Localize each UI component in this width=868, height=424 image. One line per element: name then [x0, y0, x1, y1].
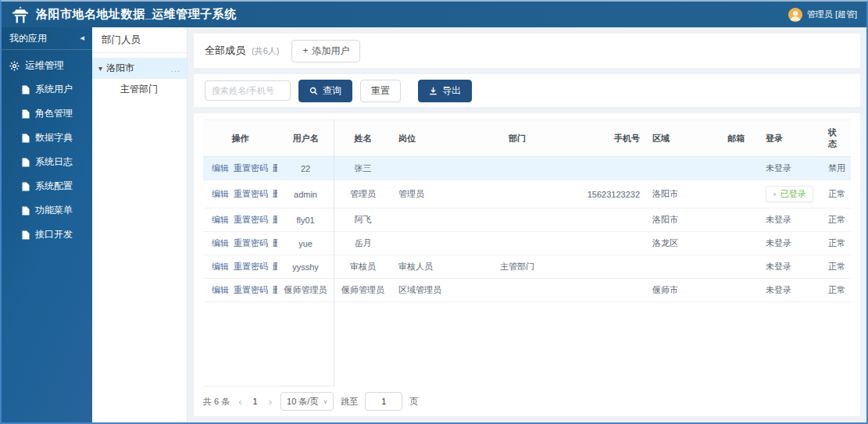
cell-email: [713, 157, 759, 180]
page-suffix: 页: [409, 396, 418, 408]
reset-password-link[interactable]: 重置密码: [234, 215, 268, 224]
sidebar-item-system-config[interactable]: 系统配置: [2, 174, 92, 198]
cell-status: 正常: [822, 279, 851, 302]
document-icon: [22, 158, 30, 167]
col-header-name: 姓名: [334, 120, 392, 157]
next-page-icon[interactable]: ›: [267, 396, 273, 408]
prev-page-icon[interactable]: ‹: [237, 396, 243, 408]
user-menu[interactable]: 管理员 [超管]: [788, 8, 857, 22]
sidebar-item-system-logs[interactable]: 系统日志: [2, 150, 92, 174]
cell-status: 正常: [822, 255, 851, 279]
reset-password-link[interactable]: 重置密码: [234, 285, 268, 294]
cell-phone: [568, 255, 646, 279]
cell-status: 禁用: [822, 157, 851, 180]
edit-link[interactable]: 编辑: [212, 163, 229, 173]
sidebar-group-label: 运维管理: [25, 59, 64, 73]
sidebar-item-data-dictionary[interactable]: 数据字典: [2, 126, 92, 150]
cell-username: yue: [277, 232, 334, 255]
tree-node-luoyang[interactable]: ▾ 洛阳市 ...: [92, 58, 187, 79]
document-icon: [22, 230, 30, 240]
table-row[interactable]: 编辑重置密码删除 fly01 阿飞 洛阳市 未登录 正常: [203, 208, 851, 232]
edit-link[interactable]: 编辑: [212, 189, 229, 198]
add-user-button[interactable]: + 添加用户: [291, 40, 360, 62]
department-panel-title: 部门人员: [92, 27, 187, 53]
sidebar-item-label: 系统配置: [35, 180, 73, 193]
delete-link[interactable]: 删除: [273, 215, 277, 224]
reset-button[interactable]: 重置: [360, 80, 401, 102]
collapse-icon[interactable]: ◀: [80, 35, 84, 41]
cell-position: [392, 157, 466, 180]
sidebar-item-system-users[interactable]: 系统用户: [2, 77, 92, 102]
paifang-gate-logo-icon: [11, 5, 30, 24]
cell-name: 阿飞: [334, 208, 392, 232]
members-count: (共6人): [252, 45, 279, 57]
page-size-value: 10 条/页: [287, 396, 318, 408]
col-header-department: 部门: [466, 120, 568, 157]
add-user-label: 添加用户: [312, 45, 349, 58]
delete-link[interactable]: 删除: [273, 163, 277, 173]
department-panel: 部门人员 ▾ 洛阳市 ... 主管部门: [92, 27, 188, 422]
jump-label: 跳至: [341, 396, 358, 408]
sidebar-item-role-management[interactable]: 角色管理: [2, 102, 92, 126]
cell-name: 张三: [334, 157, 392, 180]
sidebar-group-ops-management[interactable]: 运维管理: [2, 50, 92, 77]
cell-username: yysshy: [277, 255, 334, 279]
col-header-email: 邮箱: [713, 120, 759, 157]
cell-region: [646, 157, 713, 180]
edit-link[interactable]: 编辑: [212, 285, 229, 294]
reset-password-link[interactable]: 重置密码: [234, 262, 268, 271]
cell-login: 未登录: [759, 208, 822, 232]
chevron-down-icon: ∨: [323, 398, 327, 405]
delete-link[interactable]: 删除: [273, 238, 277, 248]
table-row[interactable]: 编辑重置密码删除 22 张三 未登录 禁用: [203, 157, 851, 180]
jump-page-input[interactable]: [365, 392, 402, 411]
row-actions: 编辑重置密码删除: [203, 208, 277, 232]
cell-department: [466, 208, 568, 232]
tree-node-supervising-dept[interactable]: 主管部门: [92, 79, 187, 100]
document-icon: [22, 182, 30, 191]
main-content: 全部成员 (共6人) + 添加用户 查询 重置: [188, 27, 866, 422]
my-apps-label: 我的应用: [9, 32, 47, 45]
sidebar-item-function-menu[interactable]: 功能菜单: [2, 198, 92, 223]
search-input[interactable]: [205, 80, 291, 101]
cell-login: ● 已登录: [759, 180, 822, 208]
sidebar-item-label: 功能菜单: [35, 204, 73, 217]
download-icon: [429, 87, 438, 95]
page-number[interactable]: 1: [251, 397, 260, 406]
table-row[interactable]: 编辑重置密码删除 admin 管理员 管理员 15623123232 洛阳市: [203, 180, 851, 208]
query-button[interactable]: 查询: [298, 80, 352, 102]
table-row[interactable]: 编辑重置密码删除 yue 岳月 洛龙区 未登录 正常: [203, 232, 851, 255]
row-actions: 编辑重置密码删除: [203, 255, 277, 279]
edit-link[interactable]: 编辑: [212, 215, 229, 224]
my-apps-bar[interactable]: 我的应用 ◀: [2, 27, 92, 50]
pagination-total: 共 6 条: [203, 396, 230, 408]
tree-node-label: 主管部门: [120, 83, 158, 96]
cell-name: 偃师管理员: [334, 279, 392, 302]
col-header-region: 区域: [646, 120, 713, 157]
cell-department: [466, 157, 568, 180]
edit-link[interactable]: 编辑: [212, 262, 229, 271]
page-size-select[interactable]: 10 条/页 ∨: [280, 392, 334, 411]
reset-password-link[interactable]: 重置密码: [234, 238, 268, 248]
delete-link[interactable]: 删除: [273, 285, 277, 294]
cell-username: fly01: [277, 208, 334, 232]
cell-department: [466, 180, 568, 208]
cell-position: 管理员: [392, 180, 466, 208]
export-button[interactable]: 导出: [418, 80, 472, 102]
reset-password-link[interactable]: 重置密码: [234, 163, 268, 173]
document-icon: [22, 85, 30, 94]
more-icon[interactable]: ...: [171, 64, 180, 73]
search-toolbar: 查询 重置 导出: [194, 74, 860, 107]
sidebar-item-api-development[interactable]: 接口开发: [2, 223, 92, 247]
caret-down-icon[interactable]: ▾: [98, 64, 102, 73]
cell-email: [713, 232, 759, 255]
cell-login: 未登录: [759, 279, 822, 302]
delete-link[interactable]: 删除: [273, 189, 277, 198]
table-row[interactable]: 编辑重置密码删除 偃师管理员 偃师管理员 区域管理员 偃师市 未登录 正: [203, 279, 851, 302]
reset-password-link[interactable]: 重置密码: [234, 189, 268, 198]
delete-link[interactable]: 删除: [273, 262, 277, 271]
edit-link[interactable]: 编辑: [212, 238, 229, 248]
export-label: 导出: [442, 84, 461, 98]
user-table-card: 操作 用户名 姓名 岗位 部门 手机号 区域 邮箱 登录 状态: [194, 113, 860, 416]
table-row[interactable]: 编辑重置密码删除 yysshy 审核员 审核人员 主管部门 未登录 正常: [203, 255, 851, 279]
